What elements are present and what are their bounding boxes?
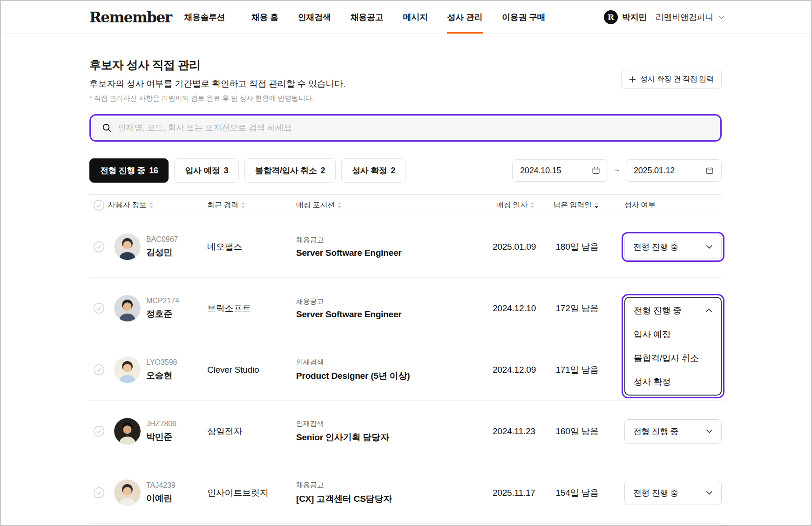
candidate-avatar xyxy=(114,356,141,383)
candidate-name[interactable]: 김성민 xyxy=(146,246,178,259)
status-dropdown[interactable]: 전형 진행 중 xyxy=(624,235,722,259)
account-divider xyxy=(651,14,651,21)
column-label: 성사 여부 xyxy=(624,200,722,210)
status-option-label: 전형 진행 중 xyxy=(634,305,682,317)
match-position: Senior 인사기획 담당자 xyxy=(296,431,493,444)
search-icon xyxy=(102,123,112,133)
search-input[interactable] xyxy=(118,123,709,133)
filter-tab-rejected-cancelled[interactable]: 불합격/입사 취소 2 xyxy=(244,158,336,183)
candidate-name[interactable]: 오승현 xyxy=(146,369,177,382)
filter-tab-label: 불합격/입사 취소 xyxy=(255,165,317,176)
remember-logo[interactable]: Remember xyxy=(89,9,172,26)
candidate-code: LYO3598 xyxy=(146,358,177,367)
status-dropdown-highlight-outline: 전형 진행 중 xyxy=(622,232,724,262)
page-subtitle: 후보자의 성사 여부를 기간별로 확인하고 직접 관리할 수 있습니다. xyxy=(89,78,345,89)
calendar-icon xyxy=(705,166,714,175)
status-dropdown-value: 전형 진행 중 xyxy=(633,241,678,253)
column-header-match-position[interactable]: 매칭 포지션 xyxy=(296,200,493,210)
table-body: 전형 진행 중 입사 예정 불합격/입사 취소 성사 확정 xyxy=(89,216,722,524)
row-select-check-icon[interactable] xyxy=(93,241,105,253)
row-select-check-icon[interactable] xyxy=(93,364,105,376)
candidate-code: TAJ4239 xyxy=(146,481,176,490)
table-row: TAJ4239 이예린 인사이트브릿지 채용공고 [CX] 고객센터 CS담당자… xyxy=(89,462,722,524)
column-header-match-status: 성사 여부 xyxy=(599,200,722,210)
table-row: JHZ7806 박민준 삼일전자 인재검색 Senior 인사기획 담당자 20… xyxy=(89,401,722,462)
chevron-up-icon xyxy=(705,308,712,313)
recent-company: 네오펄스 xyxy=(207,241,296,253)
filter-tab-count: 2 xyxy=(391,166,395,176)
column-label: 매칭 포지션 xyxy=(296,200,335,210)
status-option-current[interactable]: 전형 진행 중 xyxy=(625,299,721,322)
candidate-avatar xyxy=(114,233,141,260)
nav-item-purchase-pass[interactable]: 이용권 구매 xyxy=(501,1,546,34)
filter-tab-join-expected[interactable]: 입사 예정 3 xyxy=(174,158,239,183)
status-option-join-expected[interactable]: 입사 예정 xyxy=(625,322,721,346)
sort-arrows-icon[interactable] xyxy=(241,202,245,209)
match-source: 인재검색 xyxy=(296,419,493,428)
candidate-name[interactable]: 박민준 xyxy=(146,431,176,443)
start-date-picker[interactable]: 2024.10.15 xyxy=(512,159,608,182)
page-header-text: 후보자 성사 직접 관리 후보자의 성사 여부를 기간별로 확인하고 직접 관리… xyxy=(89,58,345,103)
nav-item-talent-search[interactable]: 인재검색 xyxy=(298,1,332,34)
filter-toolbar: 전형 진행 중 16 입사 예정 3 불합격/입사 취소 2 성사 확정 2 2… xyxy=(89,158,722,183)
account-menu[interactable]: R 박지민 리멤버앤컴퍼니 xyxy=(604,1,724,34)
match-position: Product Designer (5년 이상) xyxy=(296,370,493,382)
candidate-name[interactable]: 이예린 xyxy=(146,492,176,505)
sort-arrows-icon[interactable] xyxy=(594,202,599,209)
nav-item-job-postings[interactable]: 채용공고 xyxy=(350,1,384,34)
sort-arrows-icon[interactable] xyxy=(530,202,535,209)
search-highlight-outline xyxy=(89,114,722,142)
row-select-check-icon[interactable] xyxy=(93,302,105,314)
status-cell: 전형 진행 중 xyxy=(624,419,722,444)
main-nav: 채용 홈인재검색채용공고메시지성사 관리이용권 구매 xyxy=(251,1,546,34)
match-date: 2025.11.17 xyxy=(493,488,535,498)
nav-item-label: 이용권 구매 xyxy=(502,12,545,23)
recent-company: 삼일전자 xyxy=(207,425,296,437)
add-confirmed-match-button[interactable]: 성사 확정 건 직접 입력 xyxy=(621,70,722,89)
status-dropdown[interactable]: 전형 진행 중 xyxy=(624,481,722,505)
days-remaining: 154일 남음 xyxy=(535,487,599,499)
nav-item-match-management[interactable]: 성사 관리 xyxy=(447,1,483,34)
candidate-name[interactable]: 정호준 xyxy=(146,308,179,320)
status-option-label: 성사 확정 xyxy=(634,376,670,388)
filter-tab-confirmed[interactable]: 성사 확정 2 xyxy=(341,158,406,183)
table-header: 사용자 정보 최근 경력 매칭 포지션 매칭 일자 남은 입력일 성사 여부 xyxy=(89,194,722,216)
nav-item-label: 채용 홈 xyxy=(251,12,278,23)
filter-tab-in-progress[interactable]: 전형 진행 중 16 xyxy=(89,158,169,183)
status-filter-tabs: 전형 진행 중 16 입사 예정 3 불합격/입사 취소 2 성사 확정 2 xyxy=(89,158,406,183)
match-position: [CX] 고객센터 CS담당자 xyxy=(296,493,493,505)
days-remaining: 180일 남음 xyxy=(535,241,599,253)
match-position: Server Software Engineer xyxy=(296,248,493,258)
end-date-picker[interactable]: 2025.01.12 xyxy=(626,159,722,182)
plus-icon xyxy=(629,76,636,83)
match-position: Server Software Engineer xyxy=(296,309,493,320)
chevron-down-icon xyxy=(718,15,724,19)
sort-arrows-icon[interactable] xyxy=(337,202,342,209)
candidate-info: BAC0967 김성민 xyxy=(146,235,178,259)
status-option-confirmed[interactable]: 성사 확정 xyxy=(625,370,721,394)
column-label: 최근 경력 xyxy=(207,200,238,210)
status-dropdown[interactable]: 전형 진행 중 xyxy=(624,419,722,444)
column-header-days-remaining[interactable]: 남은 입력일 xyxy=(535,200,599,210)
sort-arrows-icon[interactable] xyxy=(149,202,154,209)
table-row: BAC0967 김성민 네오펄스 채용공고 Server Software En… xyxy=(89,216,722,278)
column-header-match-date[interactable]: 매칭 일자 xyxy=(493,200,535,210)
status-option-label: 입사 예정 xyxy=(634,328,670,341)
search-bar[interactable] xyxy=(92,117,719,139)
logo-divider xyxy=(178,12,178,22)
column-header-recent-career[interactable]: 최근 경력 xyxy=(207,200,296,210)
filter-tab-count: 3 xyxy=(223,166,228,176)
row-select-check-icon[interactable] xyxy=(93,425,105,437)
status-option-label: 불합격/입사 취소 xyxy=(634,352,699,364)
nav-item-home[interactable]: 채용 홈 xyxy=(251,1,279,34)
row-select-check-icon[interactable] xyxy=(93,487,105,499)
account-avatar-icon: R xyxy=(604,10,618,24)
nav-item-label: 채용공고 xyxy=(351,12,384,23)
candidate-avatar xyxy=(114,418,141,444)
nav-item-messages[interactable]: 메시지 xyxy=(402,1,428,34)
candidate-code: MCP2174 xyxy=(146,297,179,305)
match-source: 채용공고 xyxy=(296,236,493,245)
select-all-check-icon[interactable] xyxy=(89,199,108,211)
status-option-rejected-cancelled[interactable]: 불합격/입사 취소 xyxy=(625,346,721,370)
column-header-user-info[interactable]: 사용자 정보 xyxy=(108,200,207,210)
